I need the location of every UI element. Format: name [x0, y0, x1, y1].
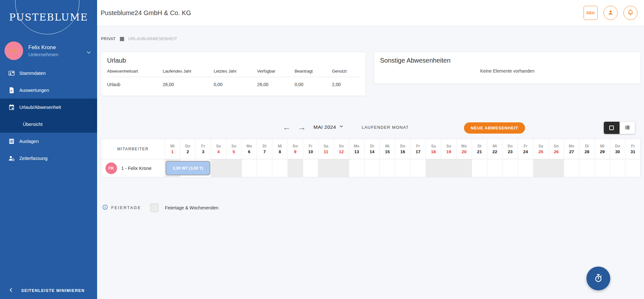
day-of-week: Di [370, 144, 374, 148]
day-of-week: Di [477, 144, 481, 148]
next-month-button[interactable]: → [298, 121, 306, 133]
calendar-cell-5[interactable] [226, 159, 242, 177]
current-month-button[interactable]: LAUFENDER MONAT [362, 125, 409, 130]
calendar-cell-19[interactable] [441, 159, 457, 177]
day-number: 3 [202, 149, 204, 154]
info-icon [102, 204, 108, 211]
calendar-view-button[interactable] [604, 122, 620, 134]
day-number: 26 [554, 149, 558, 154]
calendar-cell-27[interactable] [564, 159, 579, 177]
calendar-cell-18[interactable] [426, 159, 441, 177]
person-icon [607, 9, 614, 17]
day-of-week: Mi [493, 144, 497, 148]
calendar-cell-6[interactable] [242, 159, 257, 177]
main-area: Pusteblume24 GmbH & Co. KG DEU PRIVAT UR… [97, 0, 644, 299]
bell-icon [627, 9, 634, 17]
day-header-2: Do2 [180, 139, 196, 159]
day-of-week: Sa [431, 144, 436, 148]
calendar-cell-28[interactable] [579, 159, 595, 177]
legend-title: FEIERTAGE [111, 206, 141, 210]
employee-name: 1 - Felix Krone [121, 166, 151, 171]
calendar-cell-22[interactable] [487, 159, 503, 177]
day-number: 1 [171, 149, 174, 154]
day-header-22: Mi22 [487, 139, 503, 159]
vacation-column-header: Beantragt [295, 69, 332, 74]
sidebar-item--bersicht[interactable]: Übersicht [0, 116, 97, 133]
employee-column-header: MITARBEITER [101, 139, 165, 159]
calendar-cell-11[interactable] [318, 159, 334, 177]
day-of-week: So [339, 144, 344, 148]
day-of-week: Mo [461, 144, 467, 148]
day-header-23: Do23 [503, 139, 518, 159]
sidebar-item-stammdaten[interactable]: Stammdaten [0, 65, 97, 82]
sidebar-item-label: Auslagen [19, 139, 39, 144]
calendar-cell-31[interactable] [625, 159, 641, 177]
absence-calendar: MITARBEITERMi1Do2Fr3Sa4So5Mo6Di7Mi8Do9Fr… [101, 139, 641, 177]
calendar-cell-10[interactable] [303, 159, 319, 177]
calendar-cell-16[interactable] [395, 159, 411, 177]
day-number: 12 [339, 149, 344, 154]
calendar-cell-17[interactable] [411, 159, 426, 177]
calendar-cell-26[interactable] [549, 159, 564, 177]
day-number: 17 [416, 149, 421, 154]
day-header-6: Mo6 [242, 139, 257, 159]
vacation-column-header: Laufendes Jahr [163, 69, 214, 74]
calendar-cell-7[interactable] [257, 159, 272, 177]
calendar-cell-13[interactable] [349, 159, 365, 177]
sidebar-item-label: Auswertungen [19, 88, 49, 93]
vacation-summary-card: Urlaub AbwesenheitsartLaufendes JahrLetz… [101, 52, 366, 96]
account-button[interactable] [603, 6, 618, 20]
day-of-week: Di [585, 144, 589, 148]
calendar-cell-30[interactable] [610, 159, 626, 177]
user-switcher[interactable]: FK Felix Krone Unternehmen [0, 39, 97, 64]
notifications-button[interactable] [623, 6, 638, 20]
sidebar-item-zeiterfassung[interactable]: Zeiterfassung [0, 150, 97, 167]
day-header-3: Fr3 [195, 139, 211, 159]
app-logo[interactable]: PUSTEBLUME [0, 0, 97, 39]
calendar-cell-9[interactable] [288, 159, 303, 177]
day-number: 25 [539, 149, 543, 154]
calendar-cell-23[interactable] [503, 159, 518, 177]
person-clock-icon [8, 155, 16, 162]
calendar-cell-24[interactable] [518, 159, 533, 177]
list-view-button[interactable] [620, 122, 635, 134]
sidebar-item-auslagen[interactable]: Auslagen [0, 133, 97, 150]
day-header-7: Di7 [257, 139, 272, 159]
breadcrumb-current: URLAUB/ABWESENHEIT [128, 37, 177, 41]
day-header-15: Mi15 [380, 139, 395, 159]
vacation-cell: 0,00 [214, 82, 257, 87]
day-of-week: So [231, 144, 236, 148]
language-button[interactable]: DEU [584, 6, 598, 20]
calendar-cell-25[interactable] [533, 159, 549, 177]
calendar-cell-12[interactable] [334, 159, 349, 177]
day-number: 13 [354, 149, 359, 154]
calendar-cell-8[interactable] [272, 159, 288, 177]
month-selector[interactable]: MAI 2024 [313, 124, 344, 130]
sidebar-item-auswertungen[interactable]: Auswertungen [0, 82, 97, 99]
sidebar-menu: StammdatenAuswertungenUrlaub/Abwesenheit… [0, 65, 97, 167]
day-of-week: So [446, 144, 451, 148]
sidebar-item-urlaub-abwesenheit[interactable]: Urlaub/Abwesenheit [0, 99, 97, 116]
calendar-cell-4[interactable] [211, 159, 226, 177]
day-number: 10 [308, 149, 313, 154]
calendar-cell-29[interactable] [595, 159, 610, 177]
previous-month-button[interactable]: ← [283, 121, 291, 133]
day-of-week: Do [185, 144, 190, 148]
calendar-cell-15[interactable] [380, 159, 395, 177]
day-header-12: So12 [334, 139, 349, 159]
day-number: 19 [446, 149, 451, 154]
day-number: 4 [217, 149, 220, 154]
breadcrumb-root[interactable]: PRIVAT [101, 37, 116, 41]
day-header-19: So19 [441, 139, 457, 159]
time-tracking-fab[interactable] [586, 267, 610, 290]
vacation-cell: 0,00 [295, 82, 332, 87]
calendar-cell-21[interactable] [472, 159, 487, 177]
day-header-8: Mi8 [272, 139, 288, 159]
calendar-cell-20[interactable] [457, 159, 472, 177]
avatar: FK [105, 163, 117, 174]
calendar-cell-14[interactable] [365, 159, 380, 177]
minimize-sidebar-button[interactable]: SEITENLEISTE MINIMIEREN [0, 282, 97, 299]
new-absence-button[interactable]: NEUE ABWESENHEIT [464, 122, 525, 134]
absence-pill[interactable]: 2,00 WT (3,00 T) [166, 161, 210, 175]
day-of-week: Sa [323, 144, 328, 148]
